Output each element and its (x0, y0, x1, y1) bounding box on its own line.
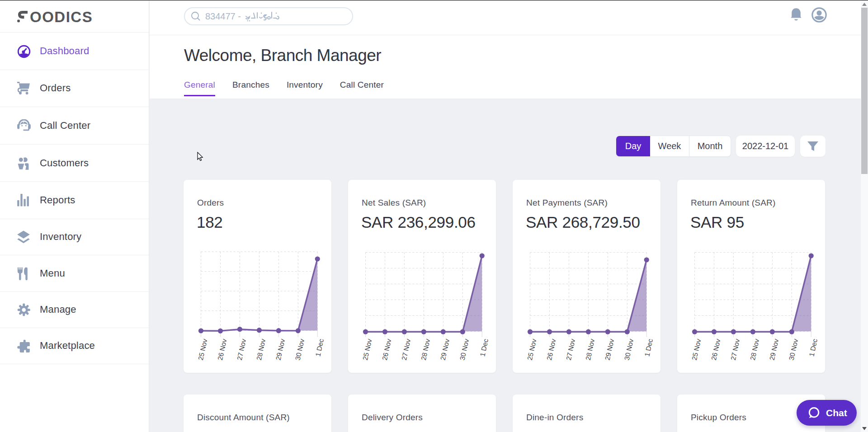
svg-text:25 Nov: 25 Nov (690, 338, 703, 361)
svg-text:27 Nov: 27 Nov (400, 338, 412, 361)
svg-text:OODICS: OODICS (30, 9, 93, 25)
svg-text:27 Nov: 27 Nov (236, 338, 248, 361)
svg-text:28 Nov: 28 Nov (420, 338, 432, 361)
svg-text:30 Nov: 30 Nov (623, 338, 635, 361)
svg-text:1 Dec: 1 Dec (314, 338, 325, 357)
svg-text:30 Nov: 30 Nov (294, 338, 306, 361)
svg-text:28 Nov: 28 Nov (255, 338, 267, 361)
svg-text:26 Nov: 26 Nov (381, 338, 393, 361)
svg-text:25 Nov: 25 Nov (526, 338, 538, 361)
svg-text:29 Nov: 29 Nov (439, 338, 451, 361)
svg-text:25 Nov: 25 Nov (197, 338, 209, 361)
svg-text:29 Nov: 29 Nov (274, 338, 287, 361)
svg-text:25 Nov: 25 Nov (361, 338, 373, 361)
svg-text:27 Nov: 27 Nov (729, 338, 741, 361)
svg-text:28 Nov: 28 Nov (584, 338, 596, 361)
svg-text:29 Nov: 29 Nov (768, 338, 780, 361)
svg-text:29 Nov: 29 Nov (604, 338, 616, 361)
svg-text:1 Dec: 1 Dec (478, 338, 490, 357)
svg-text:28 Nov: 28 Nov (749, 338, 761, 361)
svg-text:1 Dec: 1 Dec (807, 338, 819, 357)
svg-text:1 Dec: 1 Dec (643, 338, 654, 357)
svg-text:26 Nov: 26 Nov (545, 338, 557, 361)
svg-text:30 Nov: 30 Nov (788, 338, 800, 361)
svg-text:26 Nov: 26 Nov (216, 338, 228, 361)
svg-text:26 Nov: 26 Nov (710, 338, 722, 361)
svg-text:30 Nov: 30 Nov (458, 338, 471, 361)
svg-text:27 Nov: 27 Nov (565, 338, 577, 361)
